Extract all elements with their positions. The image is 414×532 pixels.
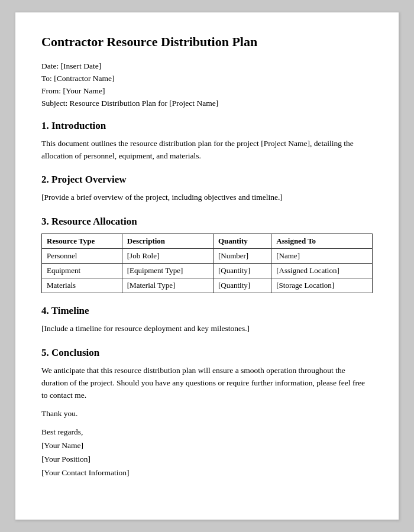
closing-contact: [Your Contact Information] — [41, 466, 373, 480]
table-cell-resource-type-2: Materials — [42, 278, 122, 293]
section-heading-project-overview: 2. Project Overview — [41, 174, 373, 186]
section-heading-introduction: 1. Introduction — [41, 120, 373, 132]
table-cell-resource-type-0: Personnel — [42, 249, 122, 264]
table-row: Equipment [Equipment Type] [Quantity] [A… — [42, 264, 373, 278]
table-cell-quantity-1: [Quantity] — [213, 264, 271, 278]
table-cell-description-1: [Equipment Type] — [122, 264, 213, 278]
meta-from: From: [Your Name] — [41, 86, 373, 96]
closing-position: [Your Position] — [41, 453, 373, 466]
table-cell-assigned-0: [Name] — [271, 249, 373, 264]
table-row: Materials [Material Type] [Quantity] [St… — [42, 278, 373, 293]
table-cell-resource-type-1: Equipment — [42, 264, 122, 278]
table-cell-quantity-2: [Quantity] — [213, 278, 271, 293]
table-header-assigned-to: Assigned To — [271, 234, 373, 249]
closing-block: Best regards, [Your Name] [Your Position… — [41, 426, 373, 480]
closing-regards: Best regards, — [41, 426, 373, 439]
table-header-quantity: Quantity — [213, 234, 271, 249]
table-header-resource-type: Resource Type — [42, 234, 122, 249]
table-cell-description-2: [Material Type] — [122, 278, 213, 293]
table-cell-description-0: [Job Role] — [122, 249, 213, 264]
meta-subject: Subject: Resource Distribution Plan for … — [41, 99, 373, 108]
section-heading-resource-allocation: 3. Resource Allocation — [41, 216, 373, 228]
table-row: Personnel [Job Role] [Number] [Name] — [42, 249, 373, 264]
document-container: Contractor Resource Distribution Plan Da… — [15, 12, 399, 520]
section-body-project-overview: [Provide a brief overview of the project… — [41, 192, 373, 204]
closing-name: [Your Name] — [41, 439, 373, 453]
table-cell-assigned-2: [Storage Location] — [271, 278, 373, 293]
table-cell-quantity-0: [Number] — [213, 249, 271, 264]
document-title: Contractor Resource Distribution Plan — [41, 34, 373, 51]
section-body-conclusion: We anticipate that this resource distrib… — [41, 365, 373, 402]
section-heading-conclusion: 5. Conclusion — [41, 347, 373, 359]
section-heading-timeline: 4. Timeline — [41, 305, 373, 317]
section-body-introduction: This document outlines the resource dist… — [41, 138, 373, 163]
meta-to: To: [Contractor Name] — [41, 74, 373, 83]
table-cell-assigned-1: [Assigned Location] — [271, 264, 373, 278]
meta-date: Date: [Insert Date] — [41, 61, 373, 71]
table-header-description: Description — [122, 234, 213, 249]
closing-thanks: Thank you. — [41, 409, 373, 419]
section-body-timeline: [Include a timeline for resource deploym… — [41, 323, 373, 335]
resource-table: Resource Type Description Quantity Assig… — [41, 233, 373, 293]
